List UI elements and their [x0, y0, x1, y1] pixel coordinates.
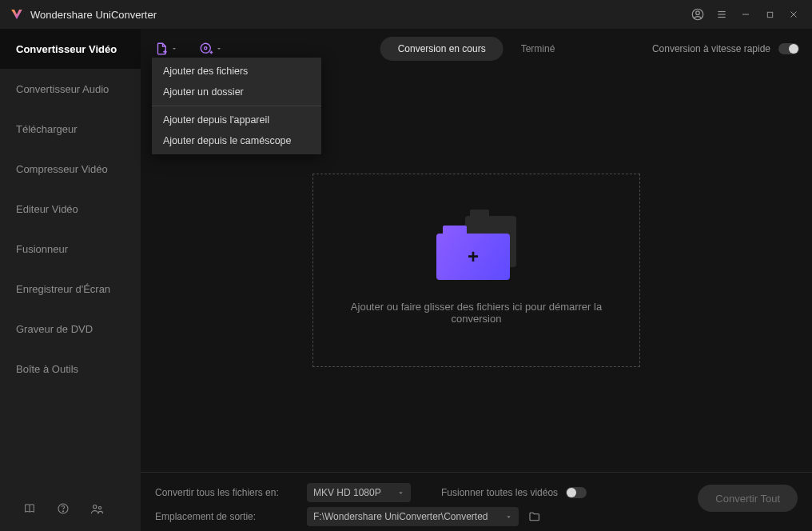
sidebar-item-video-converter[interactable]: Convertisseur Vidéo [0, 29, 141, 69]
svg-point-16 [201, 43, 210, 53]
open-folder-icon[interactable] [528, 510, 541, 523]
high-speed-label: Conversion à vitesse rapide [652, 43, 770, 54]
sidebar-item-dvd-burner[interactable]: Graveur de DVD [0, 309, 141, 349]
sidebar-item-video-compressor[interactable]: Compresseur Vidéo [0, 149, 141, 189]
convert-all-button[interactable]: Convertir Tout [698, 485, 798, 512]
menu-item-add-from-camcorder[interactable]: Ajouter depuis le caméscope [152, 130, 321, 151]
minimize-button[interactable] [734, 2, 758, 26]
sidebar-item-screen-recorder[interactable]: Enregistreur d'Écran [0, 269, 141, 309]
user-icon[interactable] [686, 2, 710, 26]
sidebar-item-label: Compresseur Vidéo [16, 163, 108, 175]
community-icon[interactable] [90, 501, 104, 516]
menu-item-add-from-device[interactable]: Ajouter depuis l'appareil [152, 110, 321, 130]
menu-separator [152, 106, 321, 106]
output-location-label: Emplacement de sortie: [155, 511, 307, 522]
sidebar-item-toolbox[interactable]: Boîte à Outils [0, 349, 141, 389]
close-button[interactable] [782, 2, 806, 26]
sidebar-item-audio-converter[interactable]: Convertisseur Audio [0, 69, 141, 109]
svg-point-13 [98, 506, 101, 509]
dropzone[interactable]: + Ajouter ou faire glisser des fichiers … [312, 174, 640, 367]
menu-item-add-folder[interactable]: Ajouter un dossier [152, 82, 321, 102]
sidebar-item-label: Fusionneur [16, 243, 68, 255]
sidebar-item-label: Graveur de DVD [16, 323, 93, 335]
sidebar: Convertisseur Vidéo Convertisseur Audio … [0, 29, 141, 531]
sidebar-item-label: Boîte à Outils [16, 363, 78, 375]
sidebar-item-label: Convertisseur Audio [16, 83, 109, 95]
guide-icon[interactable] [22, 501, 37, 516]
sidebar-item-label: Convertisseur Vidéo [16, 43, 117, 55]
app-title: Wondershare UniConverter [30, 9, 157, 21]
titlebar: Wondershare UniConverter [0, 0, 812, 29]
status-segmented-control: Conversion en cours Terminé [380, 37, 573, 61]
dropzone-text: Ajouter ou faire glisser des fichiers ic… [337, 301, 615, 325]
sidebar-item-label: Téléchargeur [16, 123, 78, 135]
sidebar-item-downloader[interactable]: Téléchargeur [0, 109, 141, 149]
maximize-button[interactable] [758, 2, 782, 26]
sidebar-item-merger[interactable]: Fusionneur [0, 229, 141, 269]
bottombar: Convertir tous les fichiers en: MKV HD 1… [141, 472, 812, 531]
svg-rect-6 [767, 12, 772, 17]
help-icon[interactable] [56, 501, 70, 516]
folder-illustration-icon: + [436, 216, 516, 280]
hamburger-menu-icon[interactable] [710, 2, 734, 26]
svg-point-17 [204, 47, 206, 50]
svg-point-12 [93, 505, 96, 508]
convert-all-label: Convertir tous les fichiers en: [155, 487, 307, 498]
sidebar-item-label: Enregistreur d'Écran [16, 283, 110, 295]
add-file-dropdown-menu: Ajouter des fichiers Ajouter un dossier … [152, 58, 321, 154]
sidebar-item-video-editor[interactable]: Editeur Vidéo [0, 189, 141, 229]
sidebar-item-label: Editeur Vidéo [16, 203, 78, 215]
svg-point-11 [62, 511, 63, 512]
output-path-select[interactable]: F:\Wondershare UniConverter\Converted [307, 507, 519, 526]
tab-finished[interactable]: Terminé [504, 37, 573, 61]
merge-label: Fusionner toutes les vidéos [441, 487, 558, 498]
merge-toggle[interactable] [566, 487, 587, 498]
svg-point-1 [696, 11, 700, 15]
sidebar-footer [0, 486, 141, 531]
tab-converting[interactable]: Conversion en cours [380, 37, 504, 61]
high-speed-toggle[interactable] [778, 43, 799, 54]
output-format-select[interactable]: MKV HD 1080P [307, 483, 411, 502]
app-logo-icon [10, 7, 24, 22]
menu-item-add-files[interactable]: Ajouter des fichiers [152, 61, 321, 82]
